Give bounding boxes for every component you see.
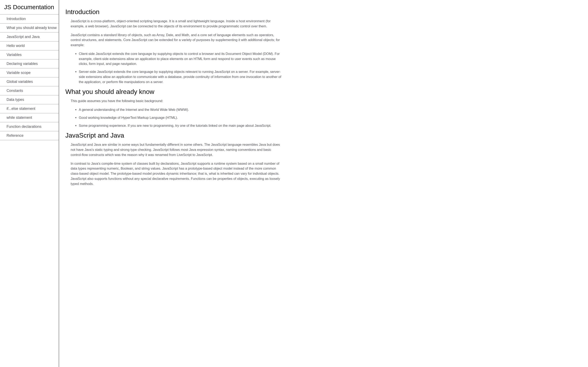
sidebar-item-reference[interactable]: Reference [0,131,59,140]
sidebar-item-what-you-should-know[interactable]: What you should already know [0,23,59,32]
sidebar-item-data-types[interactable]: Data types [0,95,59,104]
list-item: Some programming experience. If you are … [79,123,282,128]
nav-link[interactable]: Variable scope [7,71,31,75]
sidebar-item-function-declarations[interactable]: Function declarations [0,122,59,131]
list-item: Server-side JavaScript extends the core … [79,69,282,84]
nav-link[interactable]: Introduction [7,17,26,21]
list-item: Good working knowledge of HyperText Mark… [79,115,282,120]
sidebar-item-introduction[interactable]: Introduction [0,14,59,23]
paragraph: In contrast to Java's compile-time syste… [71,161,282,186]
nav-link[interactable]: if...else statement [7,107,35,111]
sidebar-item-javascript-and-java[interactable]: JavaScript and Java [0,32,59,41]
section-introduction: Introduction JavaScript is a cross-platf… [65,8,282,84]
sidebar-item-variables[interactable]: Variables [0,50,59,59]
bullet-list: Client-side JavaScript extends the core … [79,51,282,84]
bullet-list: A general understanding of the Internet … [79,107,282,128]
sidebar-item-global-variables[interactable]: Global variables [0,77,59,86]
paragraph: JavaScript is a cross-platform, object-o… [71,19,282,29]
nav-link[interactable]: Declaring variables [7,62,38,66]
nav-link[interactable]: JavaScript and Java [7,35,40,39]
section-what-you-should-know: What you should already know This guide … [65,88,282,128]
nav-link[interactable]: Function declarations [7,125,42,129]
section-javascript-and-java: JavaScript and Java JavaScript and Java … [65,132,282,186]
sidebar-nav: JS Documentation Introduction What you s… [0,0,59,367]
sidebar-item-while[interactable]: while statement [0,113,59,122]
list-item: A general understanding of the Internet … [79,107,282,112]
nav-link[interactable]: Data types [7,98,24,102]
nav-link[interactable]: while statement [7,116,32,120]
nav-link[interactable]: What you should already know [7,26,57,30]
nav-link[interactable]: Global variables [7,80,33,84]
list-item: Client-side JavaScript extends the core … [79,51,282,66]
paragraph: JavaScript and Java are similar in some … [71,142,282,157]
nav-link[interactable]: Constants [7,89,23,93]
section-title: Introduction [65,8,282,16]
nav-link[interactable]: Hello world [7,44,25,48]
sidebar-item-if-else[interactable]: if...else statement [0,104,59,113]
sidebar-list: Introduction What you should already kno… [0,14,59,140]
section-title: What you should already know [65,88,282,96]
section-title: JavaScript and Java [65,132,282,139]
main-content: Introduction JavaScript is a cross-platf… [63,0,288,367]
nav-link[interactable]: Variables [7,53,22,57]
nav-link[interactable]: Reference [7,133,24,138]
sidebar-item-variable-scope[interactable]: Variable scope [0,68,59,77]
paragraph: JavaScript contains a standard library o… [71,33,282,48]
paragraph: This guide assumes you have the followin… [71,98,282,103]
sidebar-item-hello-world[interactable]: Hello world [0,41,59,50]
sidebar-item-constants[interactable]: Constants [0,86,59,95]
sidebar-item-declaring-variables[interactable]: Declaring variables [0,59,59,68]
sidebar-title: JS Documentation [0,0,59,14]
